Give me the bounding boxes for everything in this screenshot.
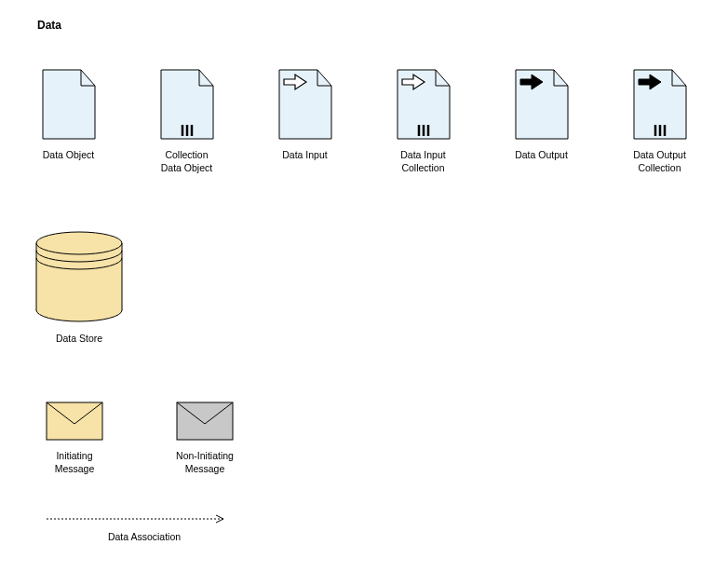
row-documents: Data Object Collection Data Object Data … bbox=[37, 69, 691, 174]
item-collection-data-object: Collection Data Object bbox=[155, 69, 218, 174]
item-data-input: Data Input bbox=[274, 69, 336, 162]
label-data-output-collection: Data Output Collection bbox=[628, 149, 691, 174]
collection-data-object-icon bbox=[160, 69, 214, 140]
item-data-object: Data Object bbox=[37, 69, 100, 162]
label-data-association: Data Association bbox=[51, 531, 237, 542]
label-data-output: Data Output bbox=[515, 149, 568, 162]
data-output-collection-icon bbox=[633, 69, 687, 140]
item-data-output-collection: Data Output Collection bbox=[628, 69, 691, 174]
svg-rect-14 bbox=[47, 402, 102, 440]
item-data-association: Data Association bbox=[37, 512, 691, 542]
label-data-input-collection: Data Input Collection bbox=[392, 149, 454, 174]
svg-point-13 bbox=[36, 232, 122, 254]
data-store-icon bbox=[34, 230, 124, 323]
non-initiating-message-icon bbox=[176, 402, 234, 441]
label-collection-data-object: Collection Data Object bbox=[155, 149, 218, 174]
data-input-icon bbox=[278, 69, 332, 140]
data-object-icon bbox=[42, 69, 96, 140]
item-initiating-message: Initiating Message bbox=[37, 402, 112, 475]
row-store: Data Store bbox=[37, 230, 691, 346]
item-data-store: Data Store bbox=[37, 230, 121, 346]
data-input-collection-icon bbox=[397, 69, 451, 140]
item-non-initiating-message: Non-Initiating Message bbox=[168, 402, 242, 475]
label-non-initiating-message: Non-Initiating Message bbox=[168, 450, 242, 475]
row-messages: Initiating Message Non-Initiating Messag… bbox=[37, 402, 691, 475]
item-data-input-collection: Data Input Collection bbox=[392, 69, 454, 174]
item-data-output: Data Output bbox=[510, 69, 573, 162]
label-data-object: Data Object bbox=[43, 149, 94, 162]
data-association-icon bbox=[37, 512, 242, 525]
section-title: Data bbox=[37, 19, 691, 32]
svg-rect-15 bbox=[177, 402, 233, 440]
initiating-message-icon bbox=[46, 402, 103, 441]
data-output-icon bbox=[515, 69, 569, 140]
label-data-store: Data Store bbox=[56, 333, 102, 346]
label-initiating-message: Initiating Message bbox=[37, 450, 112, 475]
label-data-input: Data Input bbox=[282, 149, 327, 162]
